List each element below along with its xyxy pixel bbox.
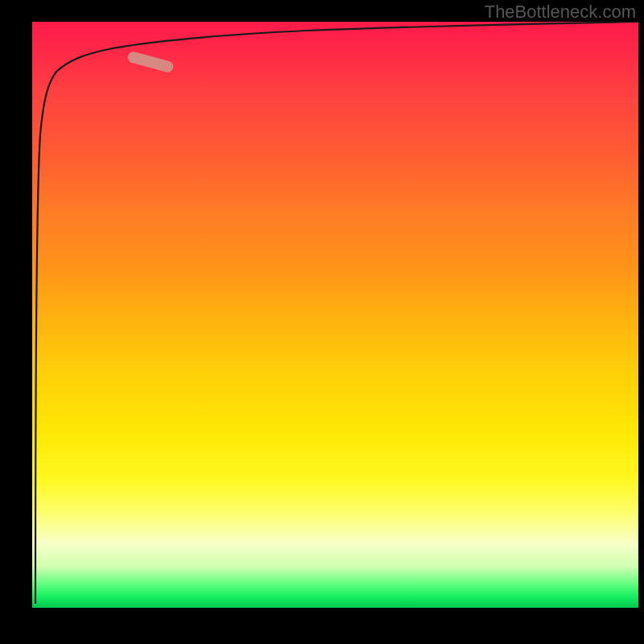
attribution-text: TheBottleneck.com bbox=[485, 2, 636, 23]
plot-gradient-area bbox=[32, 22, 638, 608]
chart-container: TheBottleneck.com bbox=[0, 0, 644, 644]
